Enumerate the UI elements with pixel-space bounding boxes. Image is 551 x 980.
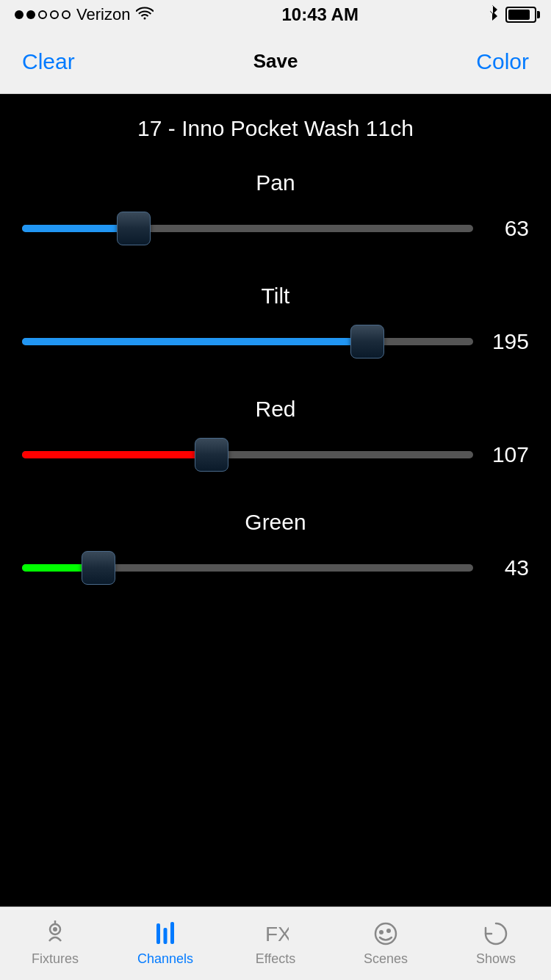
slider-section-green: Green 43 [22, 510, 529, 586]
slider-thumb-pan[interactable] [117, 212, 151, 245]
svg-point-9 [386, 929, 391, 933]
slider-container-pan[interactable] [22, 210, 473, 247]
channels-label: Channels [137, 951, 193, 967]
slider-row-tilt: 195 [22, 323, 529, 360]
slider-section-red: Red 107 [22, 397, 529, 473]
slider-value-green: 43 [485, 555, 529, 580]
battery-fill [508, 10, 530, 20]
slider-track-pan [22, 225, 473, 232]
slider-container-tilt[interactable] [22, 323, 473, 360]
signal-dot-2 [26, 10, 35, 19]
signal-dot-1 [15, 10, 24, 19]
nav-title[interactable]: Save [253, 50, 298, 73]
scenes-icon [372, 920, 399, 947]
svg-rect-5 [170, 922, 174, 944]
slider-thumb-green[interactable] [82, 551, 115, 585]
slider-thumb-tilt[interactable] [350, 325, 384, 359]
battery-indicator [505, 7, 536, 23]
svg-text:FX: FX [265, 923, 289, 945]
svg-rect-4 [164, 928, 168, 944]
slider-fill-red [22, 451, 212, 458]
signal-dots [15, 10, 71, 19]
tab-item-fixtures[interactable]: Fixtures [0, 920, 110, 967]
slider-label-red: Red [22, 397, 529, 422]
slider-track-green [22, 564, 473, 572]
slider-container-green[interactable] [22, 550, 473, 586]
slider-container-red[interactable] [22, 436, 473, 473]
fixtures-label: Fixtures [32, 951, 79, 967]
status-bar: Verizon 10:43 AM [0, 0, 551, 29]
slider-fill-tilt [22, 338, 367, 345]
carrier-label: Verizon [76, 5, 130, 24]
svg-rect-3 [156, 923, 160, 944]
tab-bar: Fixtures Channels FX Effects Scenes Sho [0, 907, 551, 980]
shows-icon [483, 920, 509, 947]
sliders-container: Pan 63 Tilt 195 [22, 170, 529, 586]
tab-item-shows[interactable]: Shows [441, 920, 551, 967]
tab-item-scenes[interactable]: Scenes [331, 920, 441, 967]
wifi-icon [136, 7, 154, 24]
slider-value-red: 107 [485, 442, 529, 467]
status-time: 10:43 AM [281, 4, 358, 25]
status-left: Verizon [15, 5, 154, 24]
slider-label-green: Green [22, 510, 529, 535]
device-title: 17 - Inno Pocket Wash 11ch [22, 116, 529, 141]
slider-value-tilt: 195 [485, 329, 529, 354]
signal-dot-3 [38, 10, 47, 19]
status-right [486, 5, 536, 25]
signal-dot-4 [50, 10, 59, 19]
svg-point-2 [53, 927, 57, 932]
shows-label: Shows [476, 951, 516, 967]
slider-row-green: 43 [22, 550, 529, 586]
bluetooth-icon [486, 5, 498, 25]
slider-label-pan: Pan [22, 170, 529, 195]
content-area: 17 - Inno Pocket Wash 11ch Pan 63 Tilt [0, 94, 551, 907]
slider-track-tilt [22, 338, 473, 345]
slider-section-tilt: Tilt 195 [22, 284, 529, 360]
svg-point-8 [379, 930, 383, 934]
slider-thumb-red[interactable] [195, 438, 228, 472]
slider-value-pan: 63 [485, 216, 529, 241]
tab-item-channels[interactable]: Channels [110, 920, 220, 967]
fixtures-icon [42, 920, 68, 947]
effects-label: Effects [256, 951, 296, 967]
nav-bar: Clear Save Color [0, 29, 551, 94]
slider-row-pan: 63 [22, 210, 529, 247]
signal-dot-5 [62, 10, 71, 19]
slider-section-pan: Pan 63 [22, 170, 529, 247]
clear-button[interactable]: Clear [22, 49, 75, 74]
scenes-label: Scenes [364, 951, 408, 967]
slider-label-tilt: Tilt [22, 284, 529, 309]
effects-icon: FX [262, 920, 289, 947]
slider-track-red [22, 451, 473, 458]
slider-row-red: 107 [22, 436, 529, 473]
tab-item-effects[interactable]: FX Effects [220, 920, 331, 967]
channels-icon [152, 920, 179, 947]
color-button[interactable]: Color [476, 49, 529, 74]
